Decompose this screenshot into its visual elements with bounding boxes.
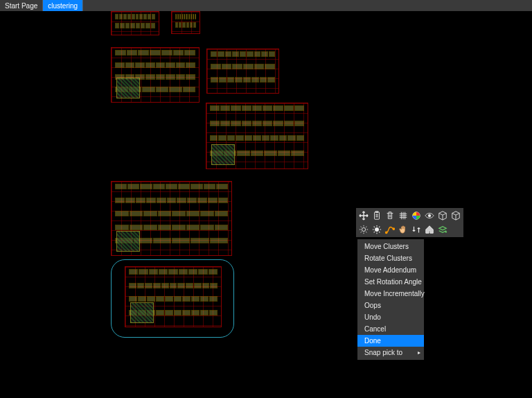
tab-start-page[interactable]: Start Page xyxy=(0,0,43,11)
delete-icon[interactable] xyxy=(384,209,396,222)
tab-bar: Start Page clustering xyxy=(0,0,532,11)
add-layer-icon[interactable] xyxy=(436,223,449,236)
toolbar-row xyxy=(357,223,462,236)
menu-item-move-incrementally[interactable]: Move Incrementally xyxy=(357,288,424,300)
menu-item-rotate-clusters[interactable]: Rotate Clusters xyxy=(357,252,424,264)
tab-clustering[interactable]: clustering xyxy=(43,0,83,11)
clipboard-icon[interactable] xyxy=(371,209,383,222)
svg-point-4 xyxy=(362,227,365,231)
design-canvas[interactable]: Move ClustersRotate ClustersMove Addendu… xyxy=(0,11,532,398)
route-icon[interactable] xyxy=(384,223,396,236)
tab-label: clustering xyxy=(48,2,78,10)
cluster[interactable] xyxy=(171,11,200,34)
svg-point-6 xyxy=(386,232,387,233)
svg-point-7 xyxy=(393,228,394,230)
cluster[interactable] xyxy=(111,11,159,35)
cluster[interactable] xyxy=(111,181,232,256)
menu-item-undo[interactable]: Undo xyxy=(357,311,424,323)
menu-item-oops[interactable]: Oops xyxy=(357,300,424,311)
submenu-arrow-icon: ▸ xyxy=(418,348,420,357)
cluster[interactable] xyxy=(111,47,200,103)
color-wheel-icon[interactable] xyxy=(410,209,423,222)
sun-icon[interactable] xyxy=(371,223,383,236)
cube-icon[interactable] xyxy=(436,209,449,222)
cluster[interactable] xyxy=(125,266,222,327)
menu-item-done[interactable]: Done xyxy=(357,335,424,347)
hand-icon[interactable] xyxy=(397,223,409,236)
cluster[interactable] xyxy=(206,49,279,94)
sun-outline-icon[interactable] xyxy=(357,223,370,236)
package-icon[interactable] xyxy=(450,209,462,222)
swap-icon[interactable] xyxy=(410,223,423,236)
menu-item-snap-pick-to[interactable]: Snap pick to▸ xyxy=(357,347,424,358)
context-menu: Move ClustersRotate ClustersMove Addendu… xyxy=(357,239,424,360)
menu-item-set-rotation-angle[interactable]: Set Rotation Angle xyxy=(357,276,424,288)
visibility-icon[interactable] xyxy=(423,209,436,222)
svg-point-3 xyxy=(428,214,431,217)
home-icon[interactable] xyxy=(423,223,436,236)
tab-label: Start Page xyxy=(5,2,37,10)
menu-item-move-addendum[interactable]: Move Addendum xyxy=(357,264,424,276)
menu-item-cancel[interactable]: Cancel xyxy=(357,323,424,335)
cluster[interactable] xyxy=(206,103,308,169)
move-icon[interactable] xyxy=(357,209,370,222)
floating-toolbar xyxy=(356,208,463,237)
svg-point-5 xyxy=(375,227,378,231)
grid-icon[interactable] xyxy=(397,209,409,222)
menu-item-move-clusters[interactable]: Move Clusters xyxy=(357,241,424,252)
toolbar-row xyxy=(357,209,462,222)
